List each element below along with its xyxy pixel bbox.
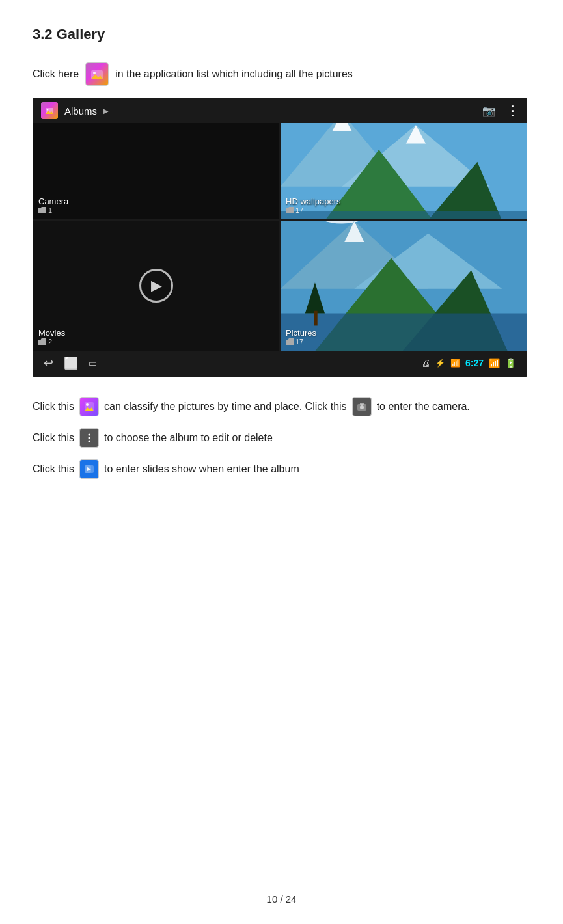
usb-icon: ⚡ bbox=[435, 359, 445, 368]
slides-icon bbox=[79, 459, 99, 479]
svg-point-34 bbox=[89, 437, 90, 439]
status-icons: 🖨 ⚡ 📶 bbox=[421, 358, 460, 368]
para-album-edit: Click this to choose the album to edit o… bbox=[33, 428, 530, 448]
page-footer: 10 / 24 bbox=[0, 893, 563, 904]
topbar-arrow: ▶ bbox=[103, 107, 109, 115]
signal-icon: 📶 bbox=[450, 359, 460, 368]
hd-cell: HD wallpapers 17 bbox=[281, 123, 527, 219]
print-icon: 🖨 bbox=[421, 358, 430, 368]
svg-point-2 bbox=[93, 72, 96, 74]
pictures-cell: Pictures 17 bbox=[281, 221, 527, 351]
topbar-left: Albums ▶ bbox=[41, 102, 109, 119]
menu-icon bbox=[79, 428, 99, 448]
svg-point-5 bbox=[47, 109, 48, 110]
page-title: 3.2 Gallery bbox=[33, 26, 530, 43]
camera-topbar-icon: 📷 bbox=[482, 105, 495, 117]
bottombar-right: 🖨 ⚡ 📶 6:27 📶 🔋 bbox=[421, 358, 516, 368]
clock-display: 6:27 bbox=[465, 358, 484, 368]
svg-rect-32 bbox=[360, 403, 364, 405]
pictures-label: Pictures 17 bbox=[286, 328, 316, 346]
camera-label: Camera 1 bbox=[38, 197, 68, 214]
battery-icon: 🔋 bbox=[505, 358, 516, 368]
svg-point-33 bbox=[89, 434, 90, 436]
play-button-icon: ▶ bbox=[139, 269, 173, 303]
svg-point-35 bbox=[89, 441, 90, 442]
intro-description: in the application list which including … bbox=[115, 68, 353, 80]
click-here-text: Click here bbox=[33, 68, 79, 80]
gallery-topbar: Albums ▶ 📷 ⋮ bbox=[33, 98, 527, 123]
para-album-prefix: Click this bbox=[33, 429, 74, 446]
hd-label: HD wallpapers 17 bbox=[286, 197, 341, 214]
gallery-app-icon bbox=[85, 62, 109, 86]
movies-cell: ▶ Movies 2 bbox=[33, 221, 279, 351]
gallery-bottombar: ↩ ⬜ ▭ 🖨 ⚡ 📶 6:27 📶 🔋 bbox=[33, 351, 527, 375]
para-slides: Click this to enter slides show when ent… bbox=[33, 459, 530, 479]
recents-icon: ▭ bbox=[89, 358, 97, 368]
para-classify-suffix2: to enter the camera. bbox=[377, 398, 470, 415]
gallery-grid: Camera 1 bbox=[33, 123, 527, 351]
topbar-title: Albums bbox=[64, 105, 97, 116]
svg-point-29 bbox=[86, 403, 89, 406]
para-classify-prefix: Click this bbox=[33, 398, 74, 415]
menu-topbar-icon: ⋮ bbox=[506, 103, 519, 118]
svg-point-31 bbox=[360, 405, 364, 409]
para-classify-suffix: can classify the pictures by time and pl… bbox=[104, 398, 347, 415]
movies-label: Movies 2 bbox=[38, 328, 65, 346]
gallery-screenshot: Albums ▶ 📷 ⋮ Camera 1 bbox=[33, 98, 527, 377]
classify-icon bbox=[79, 397, 99, 416]
para-slides-prefix: Click this bbox=[33, 461, 74, 478]
wifi-icon: 📶 bbox=[489, 358, 500, 368]
para-slides-suffix: to enter slides show when enter the albu… bbox=[104, 461, 299, 478]
para-classify: Click this can classify the pictures by … bbox=[33, 397, 530, 416]
topbar-right: 📷 ⋮ bbox=[482, 103, 519, 118]
back-icon: ↩ bbox=[44, 356, 53, 370]
page-number: 10 / 24 bbox=[267, 893, 297, 904]
para-album-suffix: to choose the album to edit or delete bbox=[104, 429, 273, 446]
intro-line: Click here in the application list which… bbox=[33, 62, 530, 86]
camera-action-icon bbox=[352, 397, 372, 416]
svg-rect-23 bbox=[281, 314, 527, 351]
bottombar-left: ↩ ⬜ ▭ bbox=[44, 356, 97, 370]
home-icon: ⬜ bbox=[64, 356, 78, 370]
gallery-topbar-icon bbox=[41, 102, 58, 119]
svg-rect-25 bbox=[314, 311, 318, 326]
camera-cell: Camera 1 bbox=[33, 123, 279, 219]
